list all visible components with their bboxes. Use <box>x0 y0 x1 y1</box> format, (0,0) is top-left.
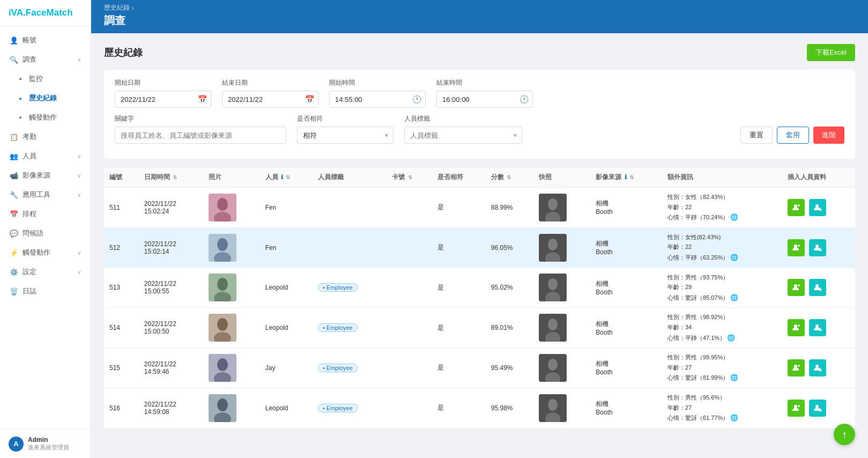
sort-icon[interactable]: ⇅ <box>408 174 412 180</box>
start-time-input[interactable] <box>329 91 426 108</box>
cell-snapshot[interactable] <box>533 188 590 228</box>
col-score[interactable]: 分數 ⇅ <box>486 167 533 188</box>
add-person-button[interactable] <box>788 319 805 336</box>
sidebar-item-label: 人員 <box>23 151 36 161</box>
col-photo: 照片 <box>203 167 260 188</box>
extra-info: 性別：女性(82.43%) 年齡：22 心情：平靜（63.25%） 🌐 <box>667 232 777 263</box>
info-icon[interactable]: ℹ <box>281 174 283 180</box>
cell-extra: 性別：女性(82.43%) 年齡：22 心情：平靜（63.25%） 🌐 <box>662 227 782 268</box>
user-name: Admin <box>28 436 69 444</box>
snapshot-photo[interactable] <box>539 274 567 301</box>
face-photo[interactable] <box>209 234 236 262</box>
cell-id: 513 <box>104 268 139 308</box>
match-select[interactable]: 相符 不符 全部 <box>297 127 394 144</box>
add-person-button[interactable] <box>788 239 805 256</box>
sidebar-item-account[interactable]: 👤 帳號 <box>0 31 91 50</box>
face-photo[interactable] <box>209 394 236 422</box>
cell-snapshot[interactable] <box>533 227 590 268</box>
add-person-button[interactable] <box>788 279 805 296</box>
cell-tag: • Employee <box>313 388 387 428</box>
col-card[interactable]: 卡號 ⇅ <box>387 167 432 188</box>
cell-snapshot[interactable] <box>533 268 590 308</box>
scroll-to-top-button[interactable]: ↑ <box>834 424 855 445</box>
download-person-button[interactable] <box>809 359 826 376</box>
cell-photo[interactable] <box>203 308 260 348</box>
gear-icon: ⚙️ <box>10 268 18 276</box>
snapshot-photo[interactable] <box>539 194 567 221</box>
sidebar-item-settings[interactable]: ⚙️ 設定 ∨ <box>0 262 91 282</box>
face-photo[interactable] <box>209 194 236 221</box>
end-time-input[interactable] <box>436 91 533 108</box>
face-photo[interactable] <box>209 354 236 382</box>
cell-score: 95.49% <box>486 348 533 388</box>
snapshot-photo[interactable] <box>539 234 567 262</box>
sidebar-item-label: 影像來源 <box>23 171 50 180</box>
chevron-down-icon: ∨ <box>77 192 81 198</box>
sidebar-item-monitor[interactable]: • 監控 <box>0 69 91 88</box>
sidebar-item-label: 監控 <box>29 74 43 84</box>
download-person-button[interactable] <box>809 199 826 216</box>
keyword-input[interactable] <box>115 127 286 144</box>
sort-icon[interactable]: ⇅ <box>507 174 511 180</box>
cell-datetime: 2022/11/2215:02:14 <box>139 227 203 268</box>
end-date-input[interactable] <box>222 91 318 108</box>
add-person-button[interactable] <box>788 400 805 417</box>
source-sub: Booth <box>596 329 657 336</box>
sidebar-item-video-source[interactable]: 📹 影像來源 ∨ <box>0 166 91 185</box>
col-extra: 額外資訊 <box>662 167 782 188</box>
cell-snapshot[interactable] <box>533 308 590 348</box>
cell-match: 是 <box>432 227 486 268</box>
cell-photo[interactable] <box>203 268 260 308</box>
face-photo[interactable] <box>209 274 236 301</box>
video-icon: 📹 <box>10 172 18 180</box>
cell-snapshot[interactable] <box>533 388 590 428</box>
col-source[interactable]: 影像來源 ℹ ⇅ <box>590 167 662 188</box>
apply-button[interactable]: 套用 <box>777 127 809 144</box>
svg-point-13 <box>217 238 228 251</box>
tag-pill: • Employee <box>318 364 358 372</box>
sort-icon[interactable]: ⇅ <box>173 174 177 180</box>
info-icon[interactable]: ℹ <box>625 174 627 180</box>
face-photo[interactable] <box>209 314 236 342</box>
reset-button[interactable]: 重置 <box>740 127 773 144</box>
cell-snapshot[interactable] <box>533 348 590 388</box>
cell-photo[interactable] <box>203 188 260 228</box>
svg-point-1 <box>217 198 228 211</box>
sidebar-item-personnel[interactable]: 👥 人員 ∨ <box>0 146 91 166</box>
download-person-button[interactable] <box>809 279 826 296</box>
download-person-button[interactable] <box>809 239 826 256</box>
sidebar-item-survey[interactable]: 🔍 調查 ∧ <box>0 50 91 69</box>
sidebar-item-trigger-sub[interactable]: • 觸發動作 <box>0 108 91 127</box>
sidebar-item-attendance[interactable]: 📋 考勤 <box>0 127 91 146</box>
snapshot-photo[interactable] <box>539 354 567 382</box>
col-tag: 人員標籤 <box>313 167 387 188</box>
cell-photo[interactable] <box>203 348 260 388</box>
sort-icon[interactable]: ⇅ <box>286 174 290 180</box>
col-person[interactable]: 人員 ℹ ⇅ <box>260 167 313 188</box>
start-date-input[interactable] <box>115 91 211 108</box>
sidebar-item-trigger[interactable]: ⚡ 觸發動作 ∨ <box>0 243 91 262</box>
sidebar-item-app-tools[interactable]: 🔧 應用工具 ∨ <box>0 185 91 204</box>
sidebar-item-history[interactable]: • 歷史紀錄 <box>0 88 91 108</box>
download-person-button[interactable] <box>809 400 826 417</box>
col-datetime[interactable]: 日期時間 ⇅ <box>139 167 203 188</box>
snapshot-photo[interactable] <box>539 394 567 422</box>
sidebar-item-schedule[interactable]: 📅 排程 <box>0 204 91 224</box>
download-excel-button[interactable]: 下載Excel <box>807 44 855 61</box>
snapshot-photo[interactable] <box>539 314 567 342</box>
page-header: 歷史紀錄 › 調查 <box>91 0 868 33</box>
cell-photo[interactable] <box>203 227 260 268</box>
sidebar-item-greetings[interactable]: 💬 問候語 <box>0 224 91 243</box>
download-person-button[interactable] <box>809 319 826 336</box>
breadcrumb-history[interactable]: 歷史紀錄 <box>104 3 130 12</box>
start-time-label: 開始時間 <box>329 78 426 87</box>
tag-input[interactable] <box>404 127 522 144</box>
add-person-button[interactable] <box>788 359 805 376</box>
cell-photo[interactable] <box>203 388 260 428</box>
add-person-button[interactable] <box>788 199 805 216</box>
sort-icon[interactable]: ⇅ <box>629 174 634 180</box>
tools-icon: 🔧 <box>10 191 18 199</box>
content-area: 歷史紀錄 下載Excel 開始日期 📅 結束日期 📅 <box>91 33 868 458</box>
sidebar-item-logs[interactable]: 🗑️ 日誌 <box>0 282 91 301</box>
delete-button[interactable]: 進階 <box>813 127 844 144</box>
